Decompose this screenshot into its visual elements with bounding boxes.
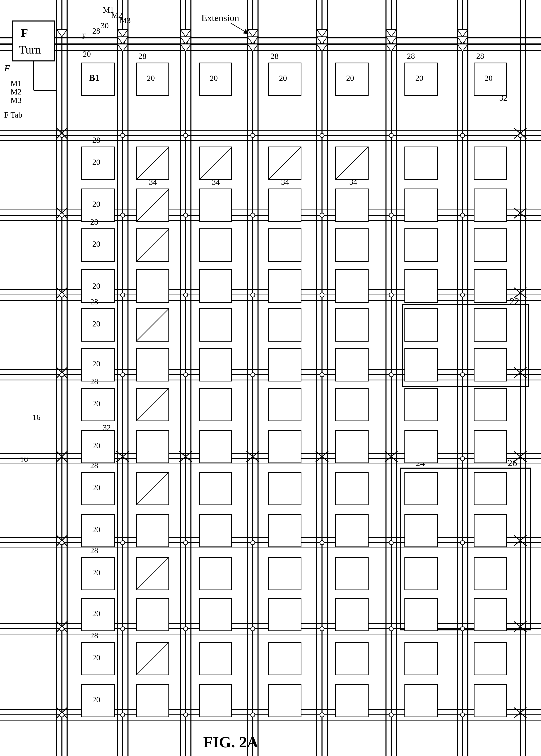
svg-point-248 — [389, 133, 393, 138]
svg-point-281 — [60, 373, 64, 377]
svg-rect-231 — [136, 684, 169, 717]
svg-rect-167 — [269, 388, 301, 421]
svg-text:20: 20 — [485, 74, 493, 83]
svg-rect-208 — [269, 557, 301, 590]
svg-point-311 — [320, 541, 324, 545]
svg-text:M3: M3 — [10, 96, 22, 105]
svg-text:32: 32 — [103, 423, 111, 432]
svg-text:20: 20 — [92, 200, 100, 208]
svg-point-272 — [184, 293, 188, 297]
svg-text:28: 28 — [476, 52, 484, 60]
svg-text:B1: B1 — [89, 73, 99, 83]
svg-rect-213 — [199, 598, 232, 631]
svg-rect-175 — [199, 430, 232, 463]
svg-rect-196 — [336, 514, 368, 547]
svg-point-286 — [389, 373, 393, 377]
svg-rect-104 — [474, 189, 507, 221]
svg-text:28: 28 — [90, 217, 98, 226]
svg-text:F Tab: F Tab — [4, 110, 22, 119]
svg-text:20: 20 — [92, 399, 100, 408]
svg-text:20: 20 — [210, 74, 218, 83]
svg-point-307 — [60, 541, 64, 545]
svg-point-334 — [389, 713, 393, 717]
svg-point-260 — [121, 213, 125, 217]
svg-point-322 — [320, 627, 324, 631]
svg-rect-226 — [199, 642, 232, 675]
svg-rect-152 — [199, 349, 232, 381]
svg-point-330 — [121, 713, 125, 717]
svg-rect-198 — [474, 514, 507, 547]
svg-text:26: 26 — [508, 458, 517, 468]
svg-rect-151 — [136, 349, 169, 381]
svg-text:20: 20 — [92, 240, 100, 248]
svg-point-333 — [320, 713, 324, 717]
svg-rect-178 — [405, 430, 437, 463]
svg-text:28: 28 — [92, 26, 100, 35]
svg-rect-170 — [474, 388, 507, 421]
svg-rect-166 — [199, 388, 232, 421]
svg-rect-236 — [474, 684, 507, 717]
svg-point-302 — [460, 457, 465, 461]
svg-point-274 — [320, 293, 324, 297]
svg-text:28: 28 — [270, 52, 278, 60]
svg-point-259 — [60, 213, 64, 217]
svg-text:20: 20 — [92, 359, 100, 368]
svg-rect-227 — [269, 642, 301, 675]
svg-point-284 — [251, 373, 255, 377]
svg-rect-234 — [336, 684, 368, 717]
svg-text:F: F — [4, 63, 10, 73]
svg-rect-127 — [336, 229, 368, 261]
svg-rect-101 — [269, 189, 301, 221]
svg-text:28: 28 — [407, 52, 415, 60]
svg-rect-133 — [336, 270, 368, 302]
svg-text:16: 16 — [20, 455, 28, 464]
svg-rect-210 — [405, 557, 437, 590]
svg-text:M3: M3 — [120, 16, 131, 25]
svg-rect-217 — [474, 598, 507, 631]
svg-rect-177 — [336, 430, 368, 463]
svg-text:Turn: Turn — [19, 43, 41, 56]
svg-text:20: 20 — [92, 441, 100, 450]
svg-text:32: 32 — [499, 94, 507, 102]
svg-rect-154 — [336, 349, 368, 381]
svg-rect-153 — [269, 349, 301, 381]
svg-text:20: 20 — [415, 74, 423, 83]
svg-rect-155 — [405, 349, 437, 381]
svg-rect-179 — [474, 430, 507, 463]
svg-text:20: 20 — [92, 695, 100, 704]
svg-point-308 — [121, 541, 125, 545]
svg-rect-169 — [405, 388, 437, 421]
svg-rect-195 — [269, 514, 301, 547]
svg-rect-156 — [474, 349, 507, 381]
svg-text:20: 20 — [346, 74, 354, 83]
svg-rect-197 — [405, 514, 437, 547]
svg-text:20: 20 — [92, 653, 100, 662]
svg-rect-194 — [199, 514, 232, 547]
svg-rect-93 — [474, 147, 507, 180]
svg-text:M1: M1 — [10, 79, 22, 88]
svg-point-318 — [60, 627, 64, 631]
svg-rect-146 — [336, 309, 368, 341]
svg-text:28: 28 — [90, 631, 98, 640]
svg-rect-209 — [336, 557, 368, 590]
svg-point-275 — [389, 293, 393, 297]
svg-rect-135 — [474, 270, 507, 302]
svg-rect-102 — [336, 189, 368, 221]
svg-point-264 — [389, 213, 393, 217]
svg-rect-150 — [474, 309, 507, 341]
svg-text:20: 20 — [92, 158, 100, 166]
svg-point-335 — [460, 713, 465, 717]
svg-text:34: 34 — [149, 178, 157, 186]
svg-rect-100 — [199, 189, 232, 221]
svg-rect-191 — [405, 472, 437, 505]
svg-rect-188 — [199, 472, 232, 505]
svg-rect-130 — [136, 270, 169, 302]
svg-text:F: F — [21, 26, 28, 39]
svg-point-276 — [460, 293, 465, 297]
svg-point-265 — [460, 213, 465, 217]
svg-text:20: 20 — [147, 74, 155, 83]
svg-rect-131 — [199, 270, 232, 302]
svg-text:28: 28 — [90, 377, 98, 386]
svg-rect-128 — [405, 229, 437, 261]
svg-point-319 — [121, 627, 125, 631]
